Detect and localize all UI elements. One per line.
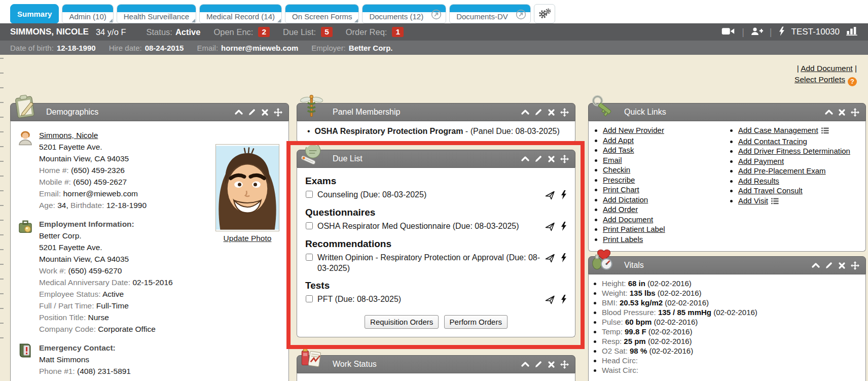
quick-links-column-1: Add New Provider Add Appt Add Task Email…: [592, 126, 727, 245]
close-icon[interactable]: [548, 361, 555, 368]
edit-icon[interactable]: [534, 155, 542, 163]
send-order-icon[interactable]: [545, 295, 555, 305]
employer-label: Employer:: [311, 44, 346, 52]
anniversary-value: 02-15-2016: [132, 278, 172, 287]
quick-link[interactable]: Print Chart: [603, 185, 639, 194]
quick-link[interactable]: Add Document: [603, 215, 653, 224]
quick-link[interactable]: Add Case Management: [738, 126, 818, 134]
employer-name: Better Corp.: [39, 231, 82, 240]
close-icon[interactable]: [838, 262, 846, 269]
perform-order-icon[interactable]: [561, 295, 567, 305]
vital-row: O2 Sat: 98 % (02-02-2016): [602, 347, 860, 355]
quick-link-item: Add New Provider: [603, 126, 727, 134]
quick-link[interactable]: Add Appt: [603, 136, 634, 145]
collapse-icon[interactable]: [235, 108, 243, 116]
tab-documents-dv[interactable]: Documents-DV: [449, 4, 531, 23]
order-req-badge[interactable]: 1: [392, 27, 404, 37]
due-list-badge[interactable]: 5: [321, 27, 333, 37]
tab-on-screen-forms[interactable]: On Screen Forms: [285, 4, 359, 23]
quick-link[interactable]: Add Driver Fitness Determination: [738, 147, 850, 155]
edit-icon[interactable]: [248, 108, 256, 116]
quick-link[interactable]: Add Results: [738, 177, 779, 185]
list-icon[interactable]: [821, 127, 829, 135]
due-item-checkbox[interactable]: [306, 295, 313, 302]
quick-link[interactable]: Add Task: [603, 146, 634, 154]
move-icon[interactable]: [560, 108, 569, 117]
tab-admin[interactable]: Admin (10): [62, 4, 113, 23]
perform-order-icon[interactable]: [561, 222, 567, 232]
close-icon[interactable]: [548, 109, 555, 116]
popout-icon[interactable]: [516, 9, 526, 22]
move-icon[interactable]: [851, 108, 859, 117]
collapse-icon[interactable]: [521, 360, 529, 368]
collapse-icon[interactable]: [825, 108, 833, 116]
quick-link[interactable]: Add Pre-Placement Exam: [738, 166, 826, 175]
tab-documents[interactable]: Documents (12): [362, 4, 446, 23]
due-item-checkbox[interactable]: [306, 222, 313, 229]
tab-health-surveillance[interactable]: Health Surveillance: [117, 4, 196, 23]
quick-link-item: Print Labels: [603, 235, 727, 244]
edit-icon[interactable]: [534, 360, 542, 368]
quick-link[interactable]: Add New Provider: [603, 126, 664, 134]
quick-link[interactable]: Add Order: [603, 205, 638, 214]
tab-summary[interactable]: Summary: [10, 4, 59, 23]
video-call-icon[interactable]: [721, 27, 735, 38]
help-icon[interactable]: ?: [848, 77, 857, 86]
edit-icon[interactable]: [534, 108, 542, 116]
perform-order-icon[interactable]: [561, 253, 567, 263]
person-icon: [18, 129, 35, 211]
due-item-label: OSHA Respirator Med Questionnaire (Due: …: [317, 221, 542, 231]
edit-icon[interactable]: [825, 261, 833, 269]
move-icon[interactable]: [560, 155, 569, 163]
collapse-icon[interactable]: [812, 261, 820, 269]
perform-order-icon[interactable]: [561, 190, 567, 200]
move-icon[interactable]: [851, 261, 859, 270]
select-portlets-link[interactable]: Select Portlets: [794, 75, 845, 84]
left-edge-ticks: [0, 58, 4, 350]
quick-link-item: Add Order: [603, 205, 727, 214]
quick-link[interactable]: Email: [603, 156, 622, 164]
quick-link[interactable]: Add Visit: [738, 196, 768, 205]
move-icon[interactable]: [274, 108, 282, 117]
perform-orders-button[interactable]: Perform Orders: [444, 315, 508, 329]
emergency-heading: Emergency Contact:: [39, 343, 116, 352]
quick-action-bolt-icon[interactable]: [779, 26, 785, 38]
send-order-icon[interactable]: [545, 253, 555, 263]
update-photo-link[interactable]: Update Photo: [224, 234, 272, 243]
add-user-icon[interactable]: [751, 27, 763, 38]
add-document-link[interactable]: Add Document: [801, 64, 853, 73]
collapse-icon[interactable]: [521, 155, 529, 163]
pipe: |: [797, 64, 799, 73]
close-icon[interactable]: [261, 109, 269, 116]
vital-row: Blood Pressure: 135 / 85 mmHg (02-02-201…: [602, 308, 860, 317]
vital-date: (02-02-2016): [665, 298, 709, 307]
quick-link[interactable]: Add Contact Tracing: [738, 137, 807, 146]
open-enc-badge[interactable]: 2: [258, 27, 270, 37]
due-item-checkbox[interactable]: [306, 191, 313, 198]
quick-link[interactable]: Add Travel Consult: [738, 186, 803, 195]
quick-link[interactable]: Prescribe: [603, 176, 635, 184]
close-icon[interactable]: [838, 109, 846, 116]
send-order-icon[interactable]: [545, 222, 555, 232]
quick-link[interactable]: Add Payment: [738, 157, 784, 165]
reports-chart-icon[interactable]: [846, 26, 858, 38]
quick-link[interactable]: Add Dictation: [603, 195, 648, 204]
employment-heading: Employment Information:: [39, 220, 134, 228]
patient-name-link[interactable]: Simmons, Nicole: [39, 131, 98, 140]
tab-settings-gear-icon[interactable]: [534, 4, 555, 23]
send-order-icon[interactable]: [545, 190, 555, 200]
move-icon[interactable]: [560, 360, 569, 369]
patient-info-bar: Date of birth: 12-18-1990 Hire date: 08-…: [0, 41, 868, 55]
quick-link[interactable]: Checkin: [603, 165, 630, 174]
quick-link[interactable]: Print Labels: [603, 235, 643, 244]
quick-link[interactable]: Print Patient Label: [603, 225, 665, 233]
close-icon[interactable]: [548, 155, 555, 163]
tab-medical-record[interactable]: Medical Record (14): [199, 4, 282, 23]
list-icon[interactable]: [771, 198, 779, 206]
requisition-orders-button[interactable]: Requisition Orders: [365, 315, 439, 329]
tab-label: Health Surveillance: [117, 12, 196, 23]
vital-label: Height:: [602, 279, 626, 288]
popout-icon[interactable]: [431, 9, 442, 22]
due-item-checkbox[interactable]: [306, 254, 313, 261]
collapse-icon[interactable]: [521, 108, 529, 116]
